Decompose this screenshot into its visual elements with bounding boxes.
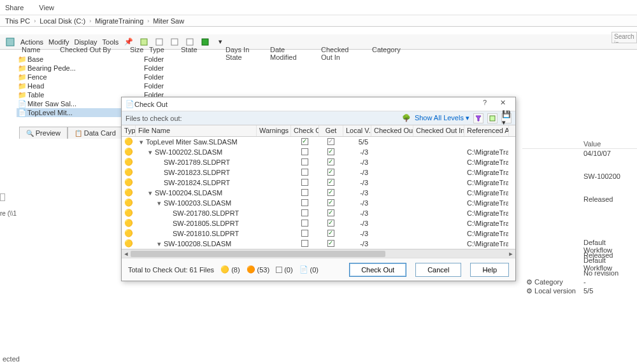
col-get[interactable]: Get xyxy=(319,125,343,136)
file-name: SW-201789.SLDPRT xyxy=(164,158,230,166)
tree-item[interactable]: 📁HeadFolder xyxy=(17,81,208,90)
col-checked-out-in[interactable]: Checked Out In xyxy=(413,125,464,136)
menu-view[interactable]: View xyxy=(39,4,54,11)
expand-icon[interactable]: ▾ xyxy=(148,189,155,197)
check-out-button[interactable]: Check Out xyxy=(349,263,406,277)
get-checkbox[interactable] xyxy=(327,230,334,237)
svg-rect-1 xyxy=(141,39,147,45)
grid-row[interactable]: 🟡 ▾SW-100202.SLDASM -/3 C:\MigrateTrair xyxy=(122,147,515,157)
tab-data-card[interactable]: 📋 Data Card xyxy=(68,127,123,139)
scroll-thumb[interactable] xyxy=(131,251,385,257)
grid-row[interactable]: 🟡 SW-201780.SLDPRT -/3 C:\MigrateTrair xyxy=(122,208,515,218)
check-out-checkbox[interactable] xyxy=(301,230,308,237)
action-icon[interactable] xyxy=(5,37,15,47)
checkout-title-icon: 📄 xyxy=(125,100,134,108)
col-category[interactable]: Category xyxy=(367,45,412,56)
col-warnings[interactable]: Warnings xyxy=(257,125,291,136)
get-checkbox[interactable] xyxy=(327,240,334,247)
local-version: -/3 xyxy=(343,199,371,207)
file-type-icon: 🟡 xyxy=(124,209,133,218)
horizontal-scrollbar[interactable]: ◄ ► xyxy=(122,249,515,258)
local-version: 5/5 xyxy=(343,138,371,146)
col-days[interactable]: Days In State xyxy=(220,45,265,56)
expand-icon[interactable]: ▾ xyxy=(157,199,164,207)
chevron-right-icon: › xyxy=(34,18,36,24)
save-icon[interactable]: 💾▾ xyxy=(501,113,512,123)
col-file-name[interactable]: File Name xyxy=(136,125,257,136)
referenced-as: C:\MigrateTrair xyxy=(464,220,509,227)
show-all-levels[interactable]: Show All Levels ▾ xyxy=(415,114,469,122)
scroll-left-icon[interactable]: ◄ xyxy=(122,249,131,258)
breadcrumb-item[interactable]: Local Disk (C:) xyxy=(39,17,85,25)
grid-row[interactable]: 🟡 ▾SW-100204.SLDASM -/3 C:\MigrateTrair xyxy=(122,188,515,198)
grid-row[interactable]: 🟡 SW-201805.SLDPRT -/3 C:\MigrateTrair xyxy=(122,218,515,228)
svg-rect-5 xyxy=(202,39,208,45)
get-checkbox[interactable] xyxy=(327,169,334,176)
local-version: -/3 xyxy=(343,148,371,156)
tree-item[interactable]: 📁BaseFolder xyxy=(17,55,208,64)
columns-icon[interactable] xyxy=(487,113,497,123)
grid-row[interactable]: 🟡 SW-201824.SLDPRT -/3 C:\MigrateTrair xyxy=(122,178,515,188)
cancel-button[interactable]: Cancel xyxy=(415,263,461,277)
menu-share[interactable]: Share xyxy=(5,4,24,11)
close-icon[interactable]: ✕ xyxy=(494,99,512,110)
grid-row[interactable]: 🟡 SW-201823.SLDPRT -/3 C:\MigrateTrair xyxy=(122,167,515,178)
folder-icon: 📁 xyxy=(18,73,25,81)
tab-preview[interactable]: 🔍 Preview xyxy=(19,127,68,139)
col-type[interactable]: Type xyxy=(122,125,136,136)
tree-icon: 🌳 xyxy=(402,114,411,122)
file-name: SW-100203.SLDASM xyxy=(164,199,231,207)
breadcrumb-item[interactable]: This PC xyxy=(5,17,30,25)
grid-row[interactable]: 🟡 ▾TopLevel Miter Saw.SLDASM 5/5 xyxy=(122,137,515,147)
check-out-checkbox[interactable] xyxy=(301,209,308,216)
tree-item-type: Folder xyxy=(118,82,164,90)
referenced-as: C:\MigrateTrair xyxy=(464,169,509,176)
get-checkbox[interactable] xyxy=(327,158,334,165)
check-out-checkbox[interactable] xyxy=(301,158,308,165)
check-out-checkbox[interactable] xyxy=(301,240,308,247)
get-checkbox[interactable] xyxy=(327,179,334,186)
check-out-checkbox[interactable] xyxy=(301,138,308,145)
breadcrumb-item[interactable]: Miter Saw xyxy=(153,17,184,25)
breadcrumb[interactable]: This PC› Local Disk (C:)› MigrateTrainin… xyxy=(0,15,637,27)
check-out-checkbox[interactable] xyxy=(301,148,308,155)
col-referenced-as[interactable]: Referenced As ▴ xyxy=(464,125,509,136)
get-checkbox[interactable] xyxy=(327,148,334,155)
local-version: -/3 xyxy=(343,169,371,176)
check-out-checkbox[interactable] xyxy=(301,220,308,227)
get-checkbox[interactable] xyxy=(327,220,334,227)
col-check-out[interactable]: Check Out xyxy=(291,125,319,136)
tree-item[interactable]: 📁Bearing Pede...Folder xyxy=(17,64,208,73)
get-checkbox[interactable] xyxy=(327,199,334,206)
grid-row[interactable]: 🟡 ▾SW-100208.SLDASM -/3 C:\MigrateTrair xyxy=(122,239,515,249)
get-checkbox[interactable] xyxy=(327,209,334,216)
breadcrumb-item[interactable]: MigrateTraining xyxy=(95,17,143,25)
grid-row[interactable]: 🟡 SW-201810.SLDPRT -/3 C:\MigrateTrair xyxy=(122,228,515,239)
col-checked-out-in[interactable]: Checked Out In xyxy=(316,45,367,56)
check-out-checkbox[interactable] xyxy=(301,179,308,186)
file-type-icon: 🟡 xyxy=(124,188,133,197)
col-date-modified[interactable]: Date Modified xyxy=(265,45,316,56)
property-row: SW-100200 xyxy=(522,172,637,181)
check-out-checkbox[interactable] xyxy=(301,189,308,196)
tree-item-type: Folder xyxy=(118,55,164,63)
help-icon[interactable]: ? xyxy=(476,99,494,110)
expand-icon[interactable]: ▾ xyxy=(140,138,146,146)
grid-row[interactable]: 🟡 SW-201789.SLDPRT -/3 C:\MigrateTrair xyxy=(122,157,515,167)
file-name: SW-201805.SLDPRT xyxy=(173,220,239,227)
grid-row[interactable]: 🟡 ▾SW-100203.SLDASM -/3 C:\MigrateTrair xyxy=(122,198,515,208)
filter-icon[interactable] xyxy=(473,113,483,123)
col-checked-out-by[interactable]: Checked Out ... xyxy=(371,125,413,136)
search-input[interactable]: Search in xyxy=(612,32,637,43)
expand-icon[interactable]: ▾ xyxy=(157,240,164,248)
help-button[interactable]: Help xyxy=(470,263,509,277)
check-out-checkbox[interactable] xyxy=(301,169,308,176)
expand-icon[interactable]: ▾ xyxy=(148,148,155,157)
check-out-checkbox[interactable] xyxy=(301,199,308,206)
referenced-as: C:\MigrateTrair xyxy=(464,209,509,217)
scroll-right-icon[interactable]: ► xyxy=(506,249,515,258)
col-local-version[interactable]: Local V... xyxy=(343,125,371,136)
get-checkbox[interactable] xyxy=(327,189,334,196)
get-checkbox[interactable] xyxy=(327,138,334,145)
tree-item[interactable]: 📁FenceFolder xyxy=(17,73,208,81)
